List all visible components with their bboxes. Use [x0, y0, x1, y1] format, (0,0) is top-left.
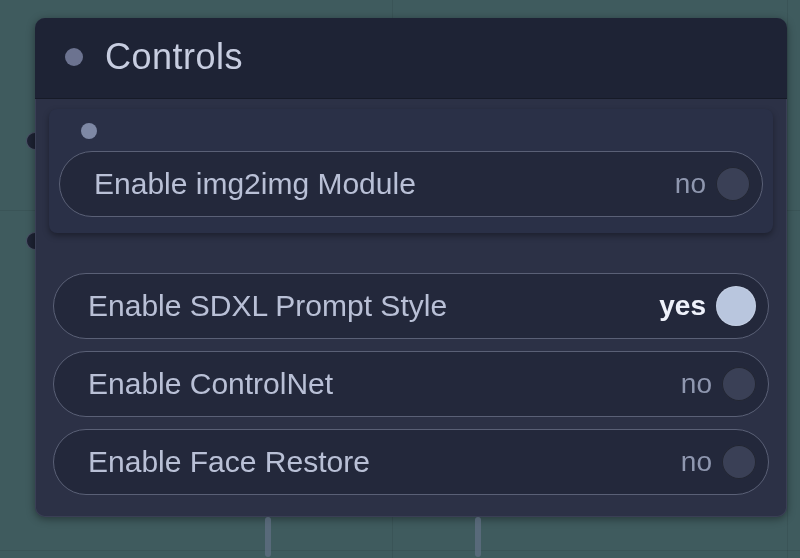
toggle-value: no	[675, 168, 706, 200]
toggle-label: Enable ControlNet	[88, 367, 333, 401]
controls-panel: Controls Enable img2img Module no Enable…	[35, 18, 787, 517]
toggle-enable-controlnet[interactable]: Enable ControlNet no	[53, 351, 769, 417]
panel-collapse-dot-icon[interactable]	[65, 48, 83, 66]
panel-title: Controls	[105, 36, 243, 78]
toggle-label: Enable Face Restore	[88, 445, 370, 479]
toggle-label: Enable img2img Module	[94, 167, 416, 201]
section-handle-dot-icon[interactable]	[81, 123, 97, 139]
toggle-value: yes	[659, 290, 706, 322]
output-wire	[265, 517, 271, 557]
toggle-knob-icon	[716, 286, 756, 326]
panel-body: Enable img2img Module no Enable SDXL Pro…	[35, 99, 787, 517]
toggle-enable-sdxl-prompt-style[interactable]: Enable SDXL Prompt Style yes	[53, 273, 769, 339]
toggle-knob-icon	[722, 367, 756, 401]
toggle-label: Enable SDXL Prompt Style	[88, 289, 447, 323]
toggle-value: no	[681, 446, 712, 478]
toggle-value: no	[681, 368, 712, 400]
panel-section: Enable img2img Module no	[49, 109, 773, 233]
panel-header[interactable]: Controls	[35, 18, 787, 99]
toggle-knob-icon	[716, 167, 750, 201]
toggle-enable-img2img[interactable]: Enable img2img Module no	[59, 151, 763, 217]
output-wire	[475, 517, 481, 557]
toggle-enable-face-restore[interactable]: Enable Face Restore no	[53, 429, 769, 495]
toggle-knob-icon	[722, 445, 756, 479]
spacer	[53, 233, 769, 261]
